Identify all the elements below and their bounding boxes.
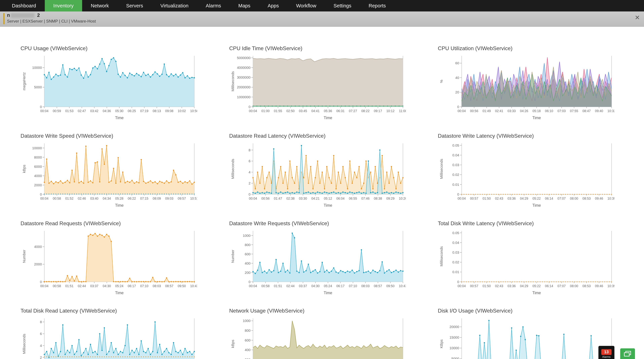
x-tick-label: 09:50: [178, 284, 186, 288]
nav-item-inventory[interactable]: Inventory: [44, 0, 82, 12]
x-tick-label: 06:17: [336, 284, 345, 288]
x-tick-label: 08:22: [361, 109, 370, 113]
chart-plot-area[interactable]: 050001000000:0400:5901:5302:4703:4204:36…: [20, 52, 197, 122]
y-tick-label: 40: [455, 76, 459, 80]
chart-card-1: CPU Idle Time (VIWebService)010000002000…: [229, 45, 438, 122]
y-tick-label: 800: [245, 243, 250, 247]
x-tick-label: 04:34: [103, 196, 111, 200]
x-tick-label: 02:41: [495, 109, 503, 113]
x-tick-label: 00:04: [249, 196, 257, 200]
nav-item-virtualization[interactable]: Virtualization: [152, 0, 197, 12]
x-axis-label: Time: [532, 116, 541, 120]
chart-plot-area[interactable]: 020406000:0400:5601:4902:4103:3304:2605:…: [438, 52, 614, 122]
x-tick-label: 06:25: [128, 109, 136, 113]
y-axis-label: Milliseconds: [439, 246, 444, 266]
x-tick-label: 04:26: [520, 109, 528, 113]
nav-item-workflow[interactable]: Workflow: [288, 0, 325, 12]
chart-plot-area[interactable]: 5000100001500020000KBps: [438, 315, 614, 359]
x-tick-label: 08:00: [570, 284, 578, 288]
x-tick-label: 09:57: [178, 196, 186, 200]
console-button[interactable]: [620, 348, 635, 359]
y-tick-label: 0: [248, 280, 250, 284]
y-tick-label: 0.04: [452, 153, 459, 157]
y-tick-label: 0.02: [452, 260, 459, 264]
nav-item-maps[interactable]: Maps: [230, 0, 259, 12]
chart-plot-area[interactable]: 01000000200000030000004000000500000000:0…: [229, 52, 406, 122]
x-tick-label: 00:04: [458, 196, 466, 200]
y-axis-label: %: [439, 80, 444, 83]
y-tick-label: 8: [248, 148, 250, 152]
x-tick-label: 06:14: [545, 284, 553, 288]
chart-plot-area[interactable]: 00.010.020.030.040.0500:0400:5701:5002:4…: [438, 140, 614, 209]
y-tick-label: 200: [245, 271, 250, 274]
chart-card-5: Datastore Write Latency (VIWebService)00…: [438, 133, 644, 209]
chart-plot-area[interactable]: 00.010.020.030.040.0500:0400:5701:5002:4…: [438, 228, 614, 296]
chart-card-6: Datastore Read Requests (VIWebService)02…: [20, 220, 229, 296]
x-tick-label: 08:13: [153, 109, 161, 113]
chart-card-10: Network Usage (VIWebService)200400600800…: [229, 308, 438, 359]
y-tick-label: 60: [455, 61, 459, 65]
x-tick-label: 00:04: [40, 196, 48, 200]
y-axis-label: Number: [22, 250, 26, 263]
x-tick-label: 06:14: [545, 196, 553, 200]
x-tick-label: 02:43: [495, 284, 503, 288]
x-tick-label: 10:12: [386, 109, 394, 113]
x-axis-label: Time: [324, 116, 332, 120]
chart-plot-area[interactable]: 0200400600800100000:0400:5801:5102:4403:…: [229, 228, 406, 296]
x-tick-label: 08:57: [165, 284, 174, 288]
y-tick-label: 8: [40, 320, 42, 324]
y-axis-label: Milliseconds: [231, 159, 235, 179]
chart-plot-area[interactable]: 020004000600080001000000:0400:5801:5202:…: [20, 140, 197, 209]
alarm-count-badge[interactable]: 13: [601, 349, 612, 355]
y-tick-label: 5000000: [237, 56, 250, 60]
x-tick-label: 06:10: [545, 109, 553, 113]
chart-card-4: Datastore Read Latency (VIWebService)024…: [229, 133, 438, 209]
x-tick-label: 00:04: [458, 284, 466, 288]
chart-plot-area[interactable]: 2004006008001000kBps: [229, 315, 406, 359]
y-axis-label: Milliseconds: [439, 159, 444, 179]
chart-title: Disk I/O Usage (VIWebService): [438, 308, 644, 315]
chart-card-0: CPU Usage (VIWebService)050001000000:040…: [20, 45, 229, 122]
x-tick-label: 08:09: [153, 196, 161, 200]
x-tick-label: 00:58: [53, 196, 61, 200]
alarm-widget[interactable]: 13 Alarms: [598, 346, 614, 359]
x-tick-label: 00:59: [53, 109, 61, 113]
x-tick-label: 03:37: [299, 284, 307, 288]
x-tick-label: 07:46: [361, 196, 370, 200]
x-tick-label: 10:51: [190, 196, 197, 200]
x-tick-label: 05:22: [532, 196, 541, 200]
nav-item-settings[interactable]: Settings: [325, 0, 360, 12]
nav-item-apps[interactable]: Apps: [259, 0, 288, 12]
x-tick-label: 08:53: [582, 284, 591, 288]
close-icon[interactable]: ✕: [635, 14, 640, 20]
nav-item-reports[interactable]: Reports: [360, 0, 394, 12]
chart-plot-area[interactable]: 2468Milliseconds: [20, 315, 197, 359]
x-tick-label: 09:17: [374, 109, 382, 113]
x-tick-label: 02:44: [286, 284, 295, 288]
x-axis-label: Time: [532, 291, 541, 295]
x-tick-label: 02:46: [78, 196, 86, 200]
chart-card-3: Datastore Write Speed (VIWebService)0200…: [20, 133, 229, 209]
x-tick-label: 07:07: [558, 196, 566, 200]
chart-plot-area[interactable]: 02000400000:0400:5801:5102:4403:3704:300…: [20, 228, 197, 296]
charts-grid: CPU Usage (VIWebService)050001000000:040…: [0, 27, 644, 359]
y-tick-label: 0: [248, 192, 250, 196]
y-tick-label: 2: [248, 181, 250, 185]
x-tick-label: 07:10: [140, 284, 148, 288]
chart-title: Datastore Read Latency (VIWebService): [229, 133, 438, 140]
nav-item-servers[interactable]: Servers: [118, 0, 152, 12]
nav-item-dashboard[interactable]: Dashboard: [3, 0, 45, 12]
x-tick-label: 07:19: [140, 109, 148, 113]
y-tick-label: 2000: [34, 262, 42, 266]
chart-plot-area[interactable]: 0246800:0400:5601:4702:3803:3004:2105:12…: [229, 140, 406, 209]
alarm-widget-label: Alarms: [601, 355, 612, 358]
x-tick-label: 00:04: [458, 109, 466, 113]
nav-item-alarms[interactable]: Alarms: [197, 0, 230, 12]
x-tick-label: 10:39: [608, 284, 614, 288]
chart-card-9: Total Disk Read Latency (VIWebService)24…: [20, 308, 229, 359]
nav-item-network[interactable]: Network: [82, 0, 118, 12]
x-tick-label: 07:15: [140, 196, 148, 200]
x-tick-label: 01:49: [482, 109, 491, 113]
x-tick-label: 07:07: [558, 284, 566, 288]
x-tick-label: 03:45: [299, 109, 307, 113]
